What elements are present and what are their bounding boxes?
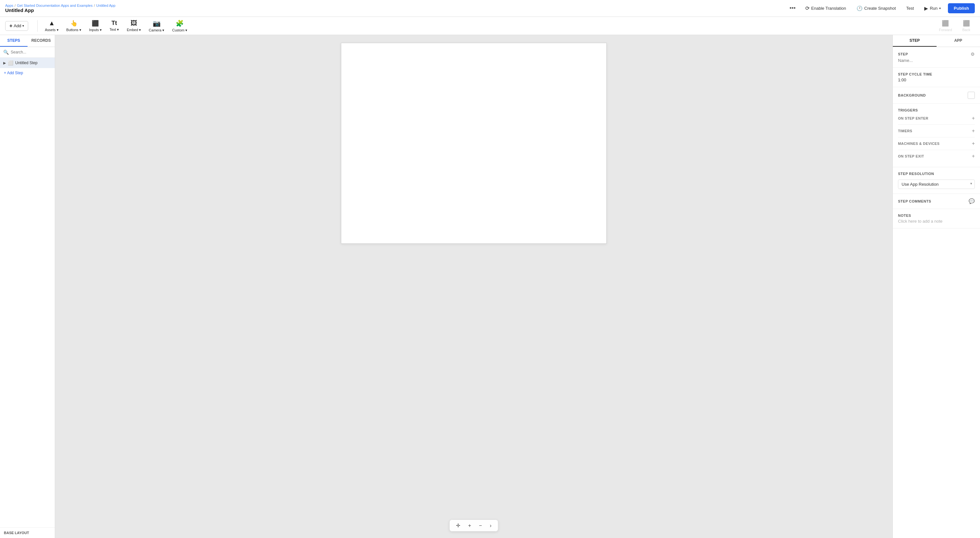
test-button[interactable]: Test (903, 4, 917, 13)
buttons-icon: 👆 (70, 20, 78, 27)
trigger-on-step-enter: ON STEP ENTER + (898, 112, 975, 125)
main-area: STEPS RECORDS 🔍 ⇅ ▶ ⬜ Untitled Step + Ad… (0, 35, 980, 538)
canvas-toolbar: ✛ + − › (449, 519, 498, 532)
resolution-select[interactable]: Use App Resolution (898, 180, 975, 189)
assets-icon: ▲ (49, 19, 55, 27)
create-snapshot-label: Create Snapshot (864, 6, 896, 11)
base-layout-label: BASE LAYOUT (0, 527, 55, 538)
toolbar-text-button[interactable]: Tt Text ▾ (106, 19, 122, 33)
background-swatch[interactable] (968, 92, 975, 99)
trigger-machines-add[interactable]: + (972, 141, 975, 146)
main-toolbar: + Add ▾ ▲ Assets ▾ 👆 Buttons ▾ ⬛ Inputs … (0, 17, 980, 35)
breadcrumb-docs[interactable]: Get Started Documentation Apps and Examp… (17, 3, 93, 8)
publish-button[interactable]: Publish (948, 3, 975, 13)
step-section-label: STEP (898, 52, 908, 56)
canvas[interactable] (341, 43, 607, 244)
canvas-area[interactable]: ✛ + − › (55, 35, 892, 538)
zoom-out-button[interactable]: − (477, 522, 484, 529)
add-step-button[interactable]: + Add Step (0, 68, 55, 78)
resolution-label: STEP RESOLUTION (898, 172, 975, 176)
cycle-time-section: STEP CYCLE TIME 1:00 (893, 68, 980, 87)
notes-section: NOTES Click here to add a note (893, 209, 980, 229)
center-canvas-button[interactable]: ✛ (454, 522, 462, 529)
toolbar-divider (37, 20, 38, 32)
left-tabs: STEPS RECORDS (0, 35, 55, 47)
enable-translation-label: Enable Translation (811, 6, 846, 11)
background-section: BACKGROUND (893, 87, 980, 104)
toolbar-camera-button[interactable]: 📷 Camera ▾ (145, 18, 167, 34)
step-name-label: Untitled Step (15, 60, 38, 65)
trigger-timers: TIMERS + (898, 125, 975, 137)
more-options-button[interactable]: ••• (787, 3, 798, 13)
breadcrumb-apps[interactable]: Apps (5, 3, 13, 8)
embed-icon: 🖼 (130, 19, 137, 27)
test-label: Test (906, 6, 914, 11)
trigger-on-step-enter-add[interactable]: + (972, 115, 975, 121)
toolbar-buttons-button[interactable]: 👆 Buttons ▾ (63, 19, 84, 33)
header-right: ••• ⟳ Enable Translation 🕐 Create Snapsh… (787, 3, 975, 13)
run-label: Run (930, 6, 937, 11)
forward-icon: ⬛ (942, 20, 949, 27)
app-title: Untitled App (5, 8, 115, 13)
step-icon: ⬜ (8, 60, 13, 65)
tab-records[interactable]: RECORDS (27, 35, 55, 47)
notes-text[interactable]: Click here to add a note (898, 219, 975, 224)
forward-button[interactable]: ⬛ Forward (934, 19, 956, 33)
back-label: Back (963, 28, 970, 32)
search-input[interactable] (11, 50, 59, 54)
enable-translation-button[interactable]: ⟳ Enable Translation (802, 3, 850, 13)
step-name-input[interactable] (898, 58, 975, 63)
trigger-on-step-exit-label: ON STEP EXIT (898, 154, 924, 158)
add-label: Add (14, 23, 21, 28)
buttons-label: Buttons ▾ (67, 28, 81, 32)
trigger-timers-label: TIMERS (898, 129, 912, 133)
trigger-timers-add[interactable]: + (972, 128, 975, 134)
add-chevron-icon: ▾ (22, 24, 24, 27)
tab-steps[interactable]: STEPS (0, 35, 27, 47)
trigger-machines-label: MACHINES & DEVICES (898, 142, 940, 145)
cycle-time-value[interactable]: 1:00 (898, 78, 975, 82)
step-item[interactable]: ▶ ⬜ Untitled Step (0, 58, 55, 68)
add-button[interactable]: + Add ▾ (5, 21, 28, 31)
add-canvas-button[interactable]: + (466, 522, 473, 529)
trigger-on-step-exit: ON STEP EXIT + (898, 150, 975, 162)
canvas-more-button[interactable]: › (488, 522, 493, 529)
header-left: Apps / Get Started Documentation Apps an… (5, 3, 115, 13)
comments-icon[interactable]: 💬 (969, 198, 975, 204)
forward-label: Forward (939, 28, 952, 32)
camera-icon: 📷 (153, 19, 161, 27)
add-icon: + (10, 23, 12, 29)
right-panel: STEP APP STEP ⚙ STEP CYCLE TIME 1:00 BAC… (892, 35, 980, 538)
text-label: Text ▾ (110, 27, 119, 32)
trigger-machines-devices: MACHINES & DEVICES + (898, 137, 975, 150)
breadcrumb-current[interactable]: Untitled App (96, 3, 115, 8)
background-header: BACKGROUND (898, 92, 975, 99)
trigger-on-step-enter-label: ON STEP ENTER (898, 116, 929, 120)
snapshot-icon: 🕐 (856, 5, 863, 11)
background-label: BACKGROUND (898, 93, 926, 97)
toolbar-custom-button[interactable]: 🧩 Custom ▾ (169, 18, 191, 34)
step-gear-icon[interactable]: ⚙ (970, 51, 975, 57)
text-icon: Tt (111, 20, 117, 27)
run-button[interactable]: ▶ Run ▾ (921, 3, 944, 13)
back-button[interactable]: ⬛ Back (958, 19, 975, 33)
trigger-on-step-exit-add[interactable]: + (972, 153, 975, 159)
app-header: Apps / Get Started Documentation Apps an… (0, 0, 980, 17)
tab-step[interactable]: STEP (893, 35, 937, 47)
cycle-time-label: STEP CYCLE TIME (898, 72, 975, 76)
tab-app[interactable]: APP (937, 35, 980, 47)
toolbar-embed-button[interactable]: 🖼 Embed ▾ (124, 18, 144, 33)
comments-section: STEP COMMENTS 💬 (893, 194, 980, 209)
breadcrumb-sep2: / (94, 3, 95, 8)
custom-icon: 🧩 (176, 19, 184, 27)
triggers-section: TRIGGERS ON STEP ENTER + TIMERS + MACHIN… (893, 104, 980, 167)
run-chevron-icon: ▾ (939, 6, 941, 10)
toolbar-inputs-button[interactable]: ⬛ Inputs ▾ (86, 19, 105, 33)
create-snapshot-button[interactable]: 🕐 Create Snapshot (853, 3, 899, 13)
search-bar: 🔍 ⇅ (0, 47, 55, 58)
embed-label: Embed ▾ (127, 28, 141, 32)
run-icon: ▶ (924, 5, 928, 11)
back-icon: ⬛ (963, 20, 970, 27)
right-tabs: STEP APP (893, 35, 980, 47)
toolbar-assets-button[interactable]: ▲ Assets ▾ (41, 18, 62, 33)
